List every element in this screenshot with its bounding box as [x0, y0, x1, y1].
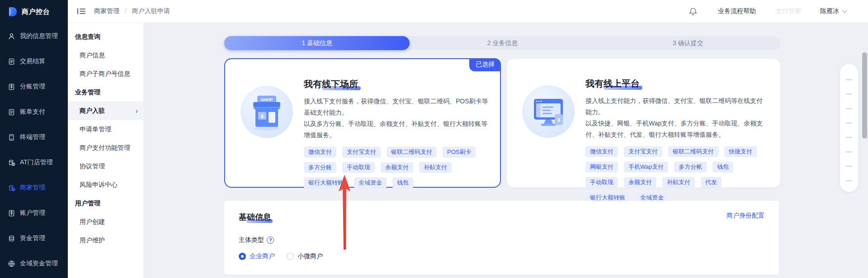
sidebar-item-6[interactable]: 商家管理 — [0, 175, 68, 200]
card-offline-desc: 接入线下支付服务，获得微信、支付宝、银联二维码、POS刷卡等基础支付能力。 以及… — [304, 96, 488, 141]
question-icon[interactable]: ? — [267, 236, 274, 244]
sidebar-item-0[interactable]: 我的信息管理 — [0, 23, 68, 49]
capability-tag: 补贴支付 — [662, 177, 695, 188]
header-actions: 业务流程帮助 支付管家 陈雁冰 — [689, 7, 868, 16]
submenu-item-2-1[interactable]: 用户维护 — [68, 231, 143, 250]
capability-tag: 手动取现 — [585, 177, 618, 188]
chevron-right-icon: › — [136, 107, 138, 115]
submenu-item-label: 风险申诉中心 — [80, 181, 118, 189]
breadcrumb-parent[interactable]: 商家管理 — [94, 7, 119, 14]
sidebar-item-1[interactable]: 交易结算 — [0, 49, 68, 74]
submenu-item-label: 商户信息 — [80, 51, 105, 60]
user-menu[interactable]: 陈雁冰 — [820, 7, 846, 15]
submenu-item-1-1[interactable]: 申请单管理 — [68, 120, 143, 139]
anchor-dash-6[interactable] — [846, 166, 852, 167]
sidebar-item-3[interactable]: 账单支付 — [0, 99, 68, 125]
submenu-item-label: 申请单管理 — [80, 125, 111, 134]
payment-butler-watermark: 支付管家 — [776, 7, 801, 15]
svg-text:¥: ¥ — [557, 117, 561, 123]
sidebar-item-9[interactable]: 全域资金管理 — [0, 251, 68, 276]
card-offline-tags: 微信支付支付宝支付银联二维码支付POS刷卡多方分账手动取现余额支付补贴支付银行大… — [304, 147, 488, 188]
sidebar-item-2[interactable]: 分账管理 — [0, 74, 68, 99]
capability-tag: 多方分帐 — [674, 162, 707, 172]
basic-info-title: 基础信息 — [239, 212, 271, 222]
sidebar-item-5[interactable]: AT门店管理 — [0, 150, 68, 175]
storefront-icon: SHOP ¥ — [241, 86, 293, 138]
store-icon — [8, 159, 15, 167]
capability-tag: 余额支付 — [381, 162, 413, 173]
capability-tag: 微信支付 — [304, 147, 336, 158]
sidebar-item-8[interactable]: 资金管理 — [0, 226, 68, 251]
process-help-link[interactable]: 业务流程帮助 — [718, 7, 756, 15]
account-icon — [8, 209, 15, 217]
sidebar-item-label: AT门店管理 — [20, 158, 53, 167]
submenu-item-1-0[interactable]: 商户入驻› — [68, 102, 143, 120]
vertical-scrollbar[interactable] — [862, 52, 867, 139]
submenu-item-label: 商户支付功能管理 — [80, 144, 130, 152]
bill-icon — [8, 58, 15, 65]
chevron-down-icon — [842, 8, 847, 13]
submenu-item-1-3[interactable]: 协议管理 — [68, 157, 143, 176]
breadcrumb: 商家管理 / 商户入驻申请 — [94, 7, 170, 15]
anchor-dash-0[interactable] — [846, 79, 852, 80]
user-icon — [8, 32, 15, 40]
capability-tag: 支付宝支付 — [624, 146, 662, 157]
basic-info-section: 基础信息 商户身份配置 主体类型 ? 企业商户 小微商户 — [224, 201, 779, 274]
capability-tag: 余额支付 — [624, 177, 656, 188]
submenu-item-1-4[interactable]: 风险申诉中心 — [68, 176, 143, 194]
radio-enterprise-merchant[interactable]: 企业商户 — [239, 252, 275, 260]
anchor-dash-1[interactable] — [846, 93, 852, 95]
submenu-item-2-0[interactable]: 用户创建 — [68, 213, 143, 231]
user-name: 陈雁冰 — [820, 7, 839, 15]
primary-sidebar-nav: 我的信息管理交易结算分账管理账单支付终端管理AT门店管理商家管理账户管理资金管理… — [0, 23, 68, 276]
breadcrumb-separator: / — [125, 7, 127, 14]
card-offline-body: 我有线下场所 接入线下支付服务，获得微信、支付宝、银联二维码、POS刷卡等基础支… — [304, 72, 488, 188]
anchor-dash-7[interactable] — [846, 180, 852, 181]
anchor-dash-4[interactable] — [846, 137, 852, 138]
capability-tag: 多方分账 — [304, 162, 336, 173]
card-online-tags: 微信支付支付宝支付银联二维码支付快捷支付网银支付手机Wap支付多方分帐钱包手动取… — [585, 146, 769, 203]
submenu-item-0-1[interactable]: 商户子商户号信息 — [68, 65, 143, 83]
sidebar-item-4[interactable]: 终端管理 — [0, 125, 68, 150]
card-offline-inner: SHOP ¥ 我有线下场所 接入线下支付服务，获得微信、支付宝、银联二维码、PO… — [225, 59, 500, 188]
submenu-item-label: 用户维护 — [80, 236, 105, 245]
card-online-platform[interactable]: ¥ 我有线上平台 接入线上支付能力，获得微信、支付宝、银联二维码等在线支付能力。… — [506, 58, 781, 188]
submenu-item-label: 用户创建 — [80, 218, 105, 226]
secondary-sidebar: 信息查询商户信息商户子商户号信息业务管理商户入驻›申请单管理商户支付功能管理协议… — [68, 23, 144, 278]
bell-icon[interactable] — [689, 7, 697, 16]
radio-unchecked-icon — [287, 253, 294, 260]
primary-sidebar: 商户控台 我的信息管理交易结算分账管理账单支付终端管理AT门店管理商家管理账户管… — [0, 0, 68, 278]
global-funds-icon — [8, 260, 15, 268]
merchant-console-page: 商户控台 我的信息管理交易结算分账管理账单支付终端管理AT门店管理商家管理账户管… — [0, 0, 868, 278]
submenu-item-1-2[interactable]: 商户支付功能管理 — [68, 139, 143, 157]
capability-tag: 手动取现 — [342, 162, 375, 173]
wizard-stepper: 1 基础信息 2 业务信息 3 确认提交 — [224, 36, 781, 50]
subject-type-radio-group: 企业商户 小微商户 — [239, 252, 764, 260]
ledger-icon — [8, 83, 15, 91]
step-confirm-submit: 3 确认提交 — [595, 36, 781, 50]
anchor-dash-5[interactable] — [846, 151, 852, 153]
menu-collapse-icon[interactable] — [77, 8, 86, 15]
sidebar-item-7[interactable]: 账户管理 — [0, 200, 68, 226]
submenu-item-label: 商户入驻 — [80, 107, 105, 115]
selected-badge: 已选择 — [469, 58, 501, 71]
radio-checked-icon — [239, 253, 246, 260]
anchor-dash-3[interactable] — [846, 122, 852, 124]
capability-tag: 钱包 — [712, 162, 733, 172]
billpay-icon — [8, 108, 15, 116]
top-header: 商家管理 / 商户入驻申请 业务流程帮助 支付管家 陈雁冰 — [68, 0, 868, 23]
submenu-item-label: 协议管理 — [80, 162, 105, 171]
sidebar-item-label: 账户管理 — [20, 209, 45, 217]
capability-tag: 钱包 — [392, 177, 413, 188]
step-basic-info[interactable]: 1 基础信息 — [224, 36, 410, 50]
submenu-group-title-0: 信息查询 — [68, 28, 143, 46]
card-online-title: 我有线上平台 — [585, 78, 640, 90]
section-anchor-panel — [840, 64, 858, 192]
anchor-dash-2[interactable] — [846, 108, 852, 109]
card-offline-title: 我有线下场所 — [304, 78, 358, 90]
merchant-identity-config-link[interactable]: 商户身份配置 — [726, 212, 764, 220]
sidebar-item-label: 交易结算 — [20, 57, 45, 65]
card-offline-venue[interactable]: 已选择 SHOP ¥ 我有线下场所 — [224, 58, 501, 188]
radio-micro-merchant[interactable]: 小微商户 — [287, 252, 323, 260]
submenu-item-0-0[interactable]: 商户信息 — [68, 46, 143, 65]
